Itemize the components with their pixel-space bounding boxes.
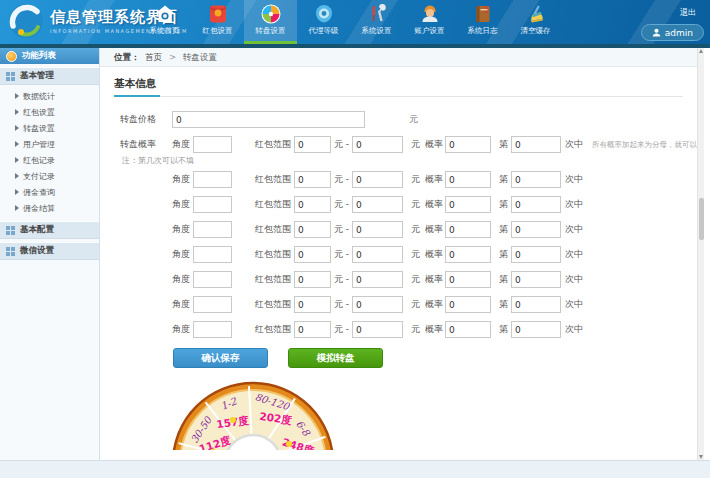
yuan-label: 元	[411, 173, 420, 186]
yuan-label: 元	[411, 298, 420, 311]
range-max-input[interactable]	[352, 296, 403, 313]
win-at-input[interactable]	[511, 221, 561, 238]
menu-item-label: 佣金结算	[23, 203, 55, 214]
yuan-label: 元	[411, 273, 420, 286]
times-suffix-label: 次中	[565, 248, 583, 261]
scroll-down-arrow-icon[interactable]	[699, 455, 703, 459]
probability-row: 角度 红包范围 元 - 元 概率 第 次中	[100, 321, 697, 338]
ordinal-label: 第	[499, 248, 508, 261]
probability-input[interactable]	[445, 136, 491, 153]
sidebar-menu-item[interactable]: 红包设置	[0, 104, 99, 120]
angle-input[interactable]	[193, 221, 232, 238]
triangle-bullet-icon	[15, 173, 19, 179]
range-min-input[interactable]	[294, 136, 331, 153]
nav-item-wheel[interactable]: 转盘设置	[244, 0, 297, 44]
wheel-price-input[interactable]	[172, 111, 365, 128]
admin-user-button[interactable]: admin	[641, 24, 704, 41]
breadcrumb-separator: >	[169, 52, 176, 62]
sidebar-menu-item[interactable]: 佣金查询	[0, 184, 99, 200]
probability-input[interactable]	[445, 246, 491, 263]
angle-input[interactable]	[193, 196, 232, 213]
probability-input[interactable]	[445, 221, 491, 238]
range-max-input[interactable]	[352, 246, 403, 263]
range-max-input[interactable]	[352, 271, 403, 288]
probability-label: 概率	[425, 138, 443, 151]
probability-input[interactable]	[445, 271, 491, 288]
probability-row: 角度 红包范围 元 - 元 概率 第 次中	[100, 196, 697, 213]
times-suffix-label: 次中	[565, 138, 583, 151]
range-min-input[interactable]	[294, 221, 331, 238]
triangle-bullet-icon	[15, 125, 19, 131]
probability-input[interactable]	[445, 171, 491, 188]
range-max-input[interactable]	[352, 221, 403, 238]
range-min-input[interactable]	[294, 196, 331, 213]
angle-input[interactable]	[193, 171, 232, 188]
angle-label: 角度	[172, 273, 193, 286]
range-min-input[interactable]	[294, 171, 331, 188]
ordinal-label: 第	[499, 323, 508, 336]
sidebar-section-basic-config[interactable]: 基本配置	[0, 221, 99, 239]
win-at-input[interactable]	[511, 136, 561, 153]
triangle-bullet-icon	[15, 109, 19, 115]
main-content: 位置： 首页 > 转盘设置 基本信息 转盘价格 元 转盘概率 角度 红包范围	[100, 48, 697, 460]
vertical-scrollbar[interactable]	[697, 48, 704, 460]
range-min-input[interactable]	[294, 271, 331, 288]
nav-label: 系统设置	[362, 26, 392, 36]
win-at-input[interactable]	[511, 271, 561, 288]
win-at-input[interactable]	[511, 171, 561, 188]
clean-broom-icon	[526, 4, 546, 24]
range-min-input[interactable]	[294, 321, 331, 338]
times-suffix-label: 次中	[565, 173, 583, 186]
probability-input[interactable]	[445, 196, 491, 213]
nav-item-agent[interactable]: 代理等级	[297, 0, 350, 44]
angle-input[interactable]	[193, 246, 232, 263]
triangle-bullet-icon	[15, 157, 19, 163]
probability-input[interactable]	[445, 296, 491, 313]
sidebar-menu-item[interactable]: 转盘设置	[0, 120, 99, 136]
sidebar-menu-item[interactable]: 支付记录	[0, 168, 99, 184]
angle-input[interactable]	[193, 271, 232, 288]
breadcrumb-home-link[interactable]: 首页	[145, 52, 162, 62]
probability-note: 注：第几次可以不填	[122, 155, 194, 166]
nav-label: 转盘设置	[256, 26, 286, 36]
sidebar-menu-item[interactable]: 红包记录	[0, 152, 99, 168]
scroll-up-arrow-icon[interactable]	[699, 49, 703, 53]
nav-item-system[interactable]: 系统设置	[350, 0, 403, 44]
nav-item-cache[interactable]: 清空缓存	[509, 0, 562, 44]
win-at-input[interactable]	[511, 296, 561, 313]
win-at-input[interactable]	[511, 246, 561, 263]
ordinal-label: 第	[499, 273, 508, 286]
sidebar-menu-item[interactable]: 数据统计	[0, 88, 99, 104]
sidebar-menu-item[interactable]: 用户管理	[0, 136, 99, 152]
win-at-input[interactable]	[511, 321, 561, 338]
nav-item-redpacket[interactable]: 红包设置	[191, 0, 244, 44]
range-min-input[interactable]	[294, 246, 331, 263]
range-max-input[interactable]	[352, 196, 403, 213]
save-button[interactable]: 确认保存	[173, 348, 268, 368]
times-suffix-label: 次中	[565, 273, 583, 286]
win-at-input[interactable]	[511, 196, 561, 213]
page-title: 基本信息	[114, 77, 697, 91]
range-max-input[interactable]	[352, 321, 403, 338]
sidebar-menu-item[interactable]: 佣金结算	[0, 200, 99, 216]
nav-item-log[interactable]: 系统日志	[456, 0, 509, 44]
probability-input[interactable]	[445, 321, 491, 338]
range-min-input[interactable]	[294, 296, 331, 313]
simulate-wheel-button[interactable]: 模拟转盘	[288, 348, 383, 368]
range-label: 红包范围	[255, 223, 291, 236]
angle-input[interactable]	[193, 321, 232, 338]
nav-item-home[interactable]: 系统首页	[138, 0, 191, 44]
logout-link[interactable]: 退出	[641, 7, 696, 18]
sidebar-section-basic-management[interactable]: 基本管理	[0, 67, 99, 85]
nav-item-account[interactable]: 账户设置	[403, 0, 456, 44]
admin-username: admin	[665, 28, 693, 38]
red-packet-icon	[208, 4, 228, 24]
angle-input[interactable]	[193, 296, 232, 313]
probability-hint: 所有概率加起来为分母，就可以理解为分子计算概率	[592, 140, 697, 150]
ordinal-label: 第	[499, 198, 508, 211]
range-max-input[interactable]	[352, 136, 403, 153]
sidebar-section-wechat-settings[interactable]: 微信设置	[0, 242, 99, 260]
angle-input[interactable]	[193, 136, 232, 153]
range-label: 红包范围	[255, 173, 291, 186]
range-max-input[interactable]	[352, 171, 403, 188]
